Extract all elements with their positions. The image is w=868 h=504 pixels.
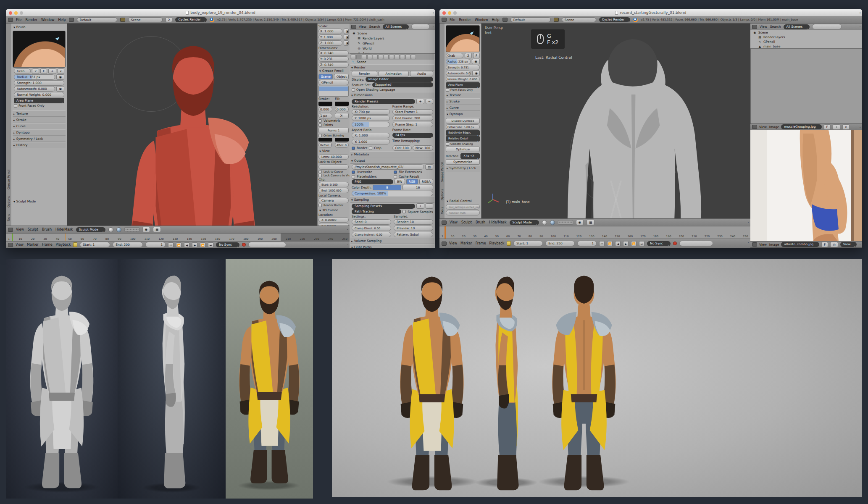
shelf-section[interactable]: ►Curve (446, 105, 480, 111)
mode-select[interactable]: Sculpt Mode (76, 227, 105, 232)
menu-item[interactable]: File (450, 18, 455, 22)
current-frame-field[interactable]: 1 (145, 242, 166, 247)
viewport-menu-item[interactable]: View (16, 228, 24, 231)
image-menu-item[interactable]: View (759, 243, 767, 247)
pattern-field[interactable]: Pattern: Sobol (394, 232, 433, 237)
tab-physics[interactable] (411, 55, 416, 59)
viewport-menu-item[interactable]: Hide/Mask (489, 220, 507, 224)
depth-8-toggle[interactable]: 8 (373, 185, 401, 190)
menu-item[interactable]: Window (41, 18, 55, 22)
unlink-image-button[interactable]: x (842, 124, 849, 130)
camera-field[interactable]: Camera (318, 198, 349, 203)
prev-keyframe-button[interactable]: ⏪ (176, 242, 181, 247)
clip-end-field[interactable]: End: 1000.000 (318, 188, 349, 193)
play-button[interactable]: ▶ (623, 241, 629, 246)
close-button[interactable] (9, 11, 12, 15)
tool-tab[interactable]: Tools (7, 214, 11, 221)
clamp-indirect-field[interactable]: Clamp Indirect: 0.00 (352, 232, 391, 237)
shelf-section[interactable]: ►Symmetry / Lock (13, 136, 66, 142)
timeline-menu-item[interactable]: Marker (460, 242, 472, 245)
dyntopo-section-header[interactable]: Dyntopo (450, 112, 463, 116)
menu-item[interactable]: Help (492, 18, 499, 22)
tab-constraints[interactable] (378, 55, 383, 59)
lock-icon[interactable]: ▣ (344, 40, 349, 46)
editor-type-icon[interactable] (442, 220, 447, 225)
brush-preview[interactable] (446, 25, 480, 52)
outliner-menu-item[interactable]: View (760, 25, 767, 29)
autosmooth-slider[interactable]: Autosmooth: 0.000 (446, 71, 471, 76)
cursor-x-field[interactable]: X: 0.00000 (318, 217, 349, 223)
tab-data[interactable] (389, 55, 394, 59)
symmetry-lock-section-header[interactable]: Symmetry / Lock (450, 166, 476, 170)
tool-tab[interactable]: Grease Pencil (441, 162, 444, 182)
next-keyframe-button[interactable]: ⏩ (200, 242, 205, 247)
image-menu-item[interactable]: View (759, 125, 767, 129)
strength-slider[interactable]: Strength: 0.751 (446, 65, 480, 70)
placeholders-checkbox[interactable] (352, 175, 355, 178)
detail-size-field[interactable]: Detail Size: 5.00 px (446, 124, 480, 130)
timeline-menu-item[interactable]: Frame (476, 242, 486, 245)
tab-render-layers[interactable] (356, 55, 361, 59)
view-mode-select[interactable]: View (840, 242, 857, 247)
lens-field[interactable]: Lens: 40.000 (318, 154, 349, 160)
front-faces-checkbox[interactable] (446, 88, 449, 92)
menu-item[interactable]: Render (459, 18, 471, 22)
radius-slider[interactable]: Radius: 161 px (14, 74, 55, 80)
compression-slider[interactable]: Compression: 100% (352, 191, 433, 196)
remap-new-field[interactable]: New: 100 (413, 145, 433, 151)
overwrite-checkbox[interactable] (352, 171, 355, 174)
viewport-menu-item[interactable]: Sculpt (461, 220, 472, 224)
outliner-menu-item[interactable]: Search (369, 25, 380, 29)
disclosure-triangle[interactable]: ▼ (13, 26, 15, 29)
jump-start-button[interactable]: ⏮ (168, 242, 174, 247)
outliner-row[interactable]: ▤RenderLayers (752, 35, 860, 39)
aspect-x-field[interactable]: X: 1.000 (352, 133, 390, 138)
dimension-field[interactable]: Y: 0.231 (318, 56, 349, 62)
render-engine-select[interactable]: Cycles Render (599, 17, 631, 22)
editor-type-icon[interactable] (752, 25, 757, 29)
render-border-checkbox[interactable] (318, 204, 322, 207)
snap-button[interactable]: ▦ (587, 220, 594, 225)
points-checkbox[interactable] (318, 123, 322, 127)
timeline-ruler[interactable]: 1102030405060708090100110120130140150160… (6, 233, 350, 241)
timeline-menu-item[interactable]: Playback (56, 243, 71, 247)
timeline-menu-item[interactable]: Playback (489, 242, 505, 245)
optimize-button[interactable]: Optimize (446, 147, 480, 152)
add-brush-button[interactable]: + (48, 68, 56, 74)
sculpt-plane-select[interactable]: Area Plane (14, 98, 64, 103)
editor-type-icon[interactable] (351, 25, 356, 29)
render-samples-field[interactable]: Render: 10 (394, 219, 433, 225)
view-panel-header[interactable]: View (322, 149, 330, 153)
proportional-edit-button[interactable]: ◉ (142, 227, 150, 232)
bw-toggle[interactable]: BW (395, 179, 405, 184)
brush-users-button[interactable]: 2 (465, 53, 472, 58)
sampling-presets-select[interactable]: Sampling Presets (352, 204, 415, 209)
osl-checkbox[interactable] (352, 88, 355, 92)
outliner-row[interactable]: ✎GPencil (351, 41, 434, 46)
tab-material[interactable] (395, 55, 400, 59)
scene-icon[interactable] (120, 18, 125, 22)
editor-type-icon[interactable] (752, 125, 757, 129)
integrator-select[interactable]: Path Tracing (352, 209, 401, 214)
record-button[interactable] (242, 243, 246, 247)
outliner-row[interactable]: ◉Scene (351, 31, 434, 36)
snap-button[interactable]: ▦ (153, 227, 161, 232)
rgb-toggle[interactable]: RGB (406, 179, 418, 184)
editor-type-icon[interactable] (8, 228, 13, 232)
thickness-field[interactable]: 1 px (318, 113, 332, 118)
outliner-menu-item[interactable]: View (359, 25, 366, 29)
light-paths-section-header[interactable]: Light Paths (354, 245, 371, 248)
metadata-section-header[interactable]: Metadata (354, 152, 369, 156)
render-section-header[interactable]: Render (354, 66, 366, 69)
outliner-row[interactable]: ▲main_base (752, 44, 860, 49)
scene-icon[interactable] (554, 18, 559, 22)
aspect-y-field[interactable]: Y: 1.000 (352, 139, 390, 144)
viewport-menu-item[interactable]: Brush (476, 220, 485, 224)
scale-field[interactable]: Y: 1.000 (318, 34, 342, 40)
scale-field[interactable]: X: 1.000 (318, 29, 342, 34)
outliner-row[interactable]: ▤RenderLayers (351, 36, 434, 41)
cache-checkbox[interactable] (394, 175, 397, 178)
image-name-field[interactable]: muscleGrouping.jpg (781, 124, 821, 129)
tab-render[interactable] (351, 55, 356, 59)
auto-keyframe-icon[interactable] (73, 242, 77, 247)
